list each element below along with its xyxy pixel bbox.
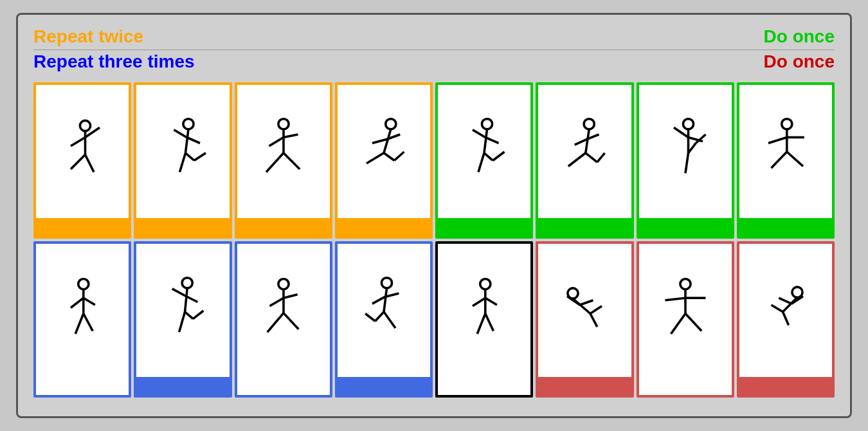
figure-svg-t3 bbox=[255, 116, 312, 187]
card-t5 bbox=[435, 82, 533, 239]
figure-svg-t1 bbox=[53, 116, 111, 187]
figure-svg-b2 bbox=[154, 275, 212, 346]
svg-point-13 bbox=[278, 118, 289, 129]
bar-t1 bbox=[36, 218, 129, 236]
svg-line-61 bbox=[172, 288, 186, 296]
do-once-label-1: Do once bbox=[764, 26, 835, 47]
card-t2 bbox=[134, 82, 231, 239]
card-b1 bbox=[33, 241, 131, 398]
figure-svg-b6 bbox=[556, 275, 613, 346]
figure-b1 bbox=[36, 244, 129, 377]
svg-line-9 bbox=[187, 137, 201, 143]
svg-line-64 bbox=[185, 311, 194, 318]
bar-b7 bbox=[639, 377, 732, 395]
bar-t4 bbox=[338, 218, 430, 236]
svg-line-38 bbox=[586, 152, 597, 161]
bar-t2 bbox=[136, 218, 229, 236]
do-once-label-2: Do once bbox=[764, 51, 835, 72]
svg-line-70 bbox=[267, 313, 283, 332]
svg-line-68 bbox=[269, 298, 284, 306]
bar-t7 bbox=[639, 218, 732, 236]
svg-line-89 bbox=[590, 306, 602, 313]
svg-line-34 bbox=[586, 129, 589, 152]
header-row-1: Repeat twice Do once bbox=[33, 26, 835, 50]
bar-b8 bbox=[739, 377, 832, 395]
svg-line-16 bbox=[284, 134, 298, 138]
bar-b5 bbox=[438, 377, 530, 395]
svg-point-91 bbox=[680, 279, 691, 289]
svg-line-8 bbox=[174, 129, 187, 137]
svg-line-39 bbox=[597, 152, 605, 161]
svg-point-40 bbox=[683, 118, 693, 129]
svg-line-5 bbox=[71, 154, 86, 169]
svg-line-65 bbox=[194, 311, 204, 319]
svg-line-77 bbox=[365, 313, 375, 321]
svg-line-28 bbox=[473, 129, 485, 137]
svg-line-71 bbox=[284, 313, 298, 329]
svg-line-30 bbox=[478, 152, 484, 172]
svg-line-18 bbox=[284, 152, 300, 169]
bar-t8 bbox=[739, 218, 832, 236]
svg-line-95 bbox=[671, 313, 685, 334]
svg-line-11 bbox=[186, 152, 195, 160]
bar-b4 bbox=[338, 377, 430, 395]
svg-line-78 bbox=[384, 311, 395, 327]
svg-point-19 bbox=[386, 118, 396, 129]
svg-line-84 bbox=[485, 313, 494, 331]
figure-b3 bbox=[237, 244, 330, 377]
svg-line-101 bbox=[771, 305, 782, 312]
svg-point-26 bbox=[482, 118, 493, 129]
card-t8 bbox=[737, 82, 835, 239]
svg-line-25 bbox=[394, 152, 404, 161]
bar-b1 bbox=[36, 377, 129, 395]
svg-point-66 bbox=[278, 279, 289, 289]
card-b4 bbox=[335, 241, 433, 398]
svg-line-51 bbox=[771, 152, 786, 168]
svg-point-72 bbox=[381, 277, 392, 288]
figure-svg-b4 bbox=[355, 275, 413, 346]
svg-point-0 bbox=[80, 120, 91, 131]
figure-svg-b8 bbox=[757, 275, 815, 346]
figure-svg-t4 bbox=[355, 116, 413, 187]
bar-t3 bbox=[237, 218, 330, 236]
svg-line-37 bbox=[568, 152, 586, 166]
svg-line-15 bbox=[269, 137, 284, 146]
figure-b7 bbox=[639, 244, 732, 377]
card-t1 bbox=[33, 82, 131, 239]
figure-svg-t2 bbox=[154, 116, 212, 187]
figure-b2 bbox=[136, 244, 229, 377]
card-t6 bbox=[536, 82, 633, 239]
figure-svg-b3 bbox=[255, 275, 312, 346]
card-t4 bbox=[335, 82, 433, 239]
svg-line-76 bbox=[375, 311, 384, 320]
repeat-three-label: Repeat three times bbox=[33, 51, 195, 72]
bar-b3 bbox=[237, 377, 330, 395]
svg-line-55 bbox=[71, 298, 84, 307]
svg-line-32 bbox=[493, 152, 505, 161]
svg-line-36 bbox=[575, 139, 588, 145]
svg-line-4 bbox=[86, 154, 95, 172]
svg-line-82 bbox=[485, 298, 497, 305]
svg-line-10 bbox=[180, 152, 186, 172]
figure-t5 bbox=[438, 85, 530, 218]
svg-line-96 bbox=[685, 313, 701, 331]
figure-b6 bbox=[538, 244, 631, 377]
figure-b4 bbox=[338, 244, 430, 377]
svg-line-17 bbox=[266, 152, 284, 172]
figure-svg-b5 bbox=[455, 275, 513, 346]
bar-t5 bbox=[438, 218, 530, 236]
card-b3 bbox=[235, 241, 332, 398]
svg-line-90 bbox=[590, 313, 597, 327]
svg-line-12 bbox=[194, 152, 206, 160]
svg-line-57 bbox=[75, 313, 84, 334]
figure-svg-b7 bbox=[656, 275, 714, 346]
figure-svg-t5 bbox=[455, 116, 513, 187]
svg-line-7 bbox=[186, 129, 189, 152]
svg-line-69 bbox=[284, 294, 298, 297]
svg-point-97 bbox=[792, 287, 802, 297]
svg-line-27 bbox=[484, 129, 487, 152]
figure-svg-t6 bbox=[556, 116, 613, 187]
figure-t6 bbox=[538, 85, 631, 218]
bar-b6 bbox=[538, 377, 631, 395]
svg-line-44 bbox=[685, 152, 689, 172]
